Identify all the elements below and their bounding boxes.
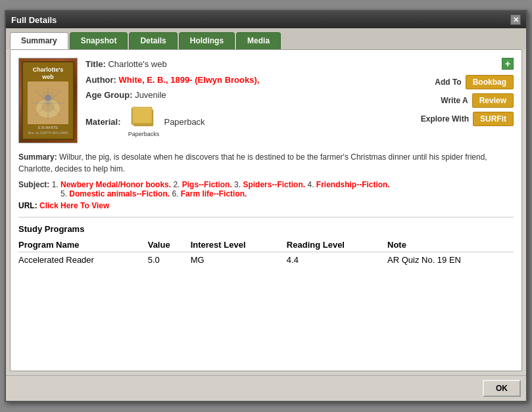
tab-summary[interactable]: Summary <box>10 32 68 49</box>
subject-link-3[interactable]: Spiders--Fiction. <box>243 180 305 189</box>
url-link[interactable]: Click Here To View <box>39 201 109 210</box>
title-bar: Full Details ✕ <box>6 11 526 28</box>
subject-link-4[interactable]: Friendship--Fiction. <box>316 180 390 189</box>
age-group-value: Juvenile <box>135 90 166 100</box>
explore-with-label: Explore With <box>421 114 469 124</box>
table-row: Accelerated Reader 5.0 MG 4.4 AR Quiz No… <box>18 252 514 268</box>
subject-link-6[interactable]: Farm life--Fiction. <box>181 189 247 198</box>
subject-num-2: 2. <box>173 180 181 189</box>
svg-rect-11 <box>133 107 152 123</box>
book-cover-image: Charlotte'sweb <box>19 58 77 143</box>
url-label: URL: <box>18 201 37 210</box>
side-buttons: + Add To Bookbag Write A Review Explore … <box>421 58 514 143</box>
col-program-name: Program Name <box>18 238 148 252</box>
cell-value: 5.0 <box>148 252 191 268</box>
paperback-icon: Paperbacks <box>127 104 160 141</box>
tab-holdings[interactable]: Holdings <box>179 32 235 49</box>
divider <box>18 217 514 217</box>
url-section: URL: Click Here To View <box>18 201 514 210</box>
material-content: Paperbacks Paperback <box>127 104 205 141</box>
subject-label: Subject: <box>18 180 49 189</box>
cell-interest-level: MG <box>191 252 287 268</box>
bookbag-button[interactable]: Bookbag <box>466 75 514 89</box>
summary-section: Summary: Wilbur, the pig, is desolate wh… <box>18 151 514 175</box>
summary-text: Wilbur, the pig, is desolate when he dis… <box>18 152 487 173</box>
ok-button[interactable]: OK <box>483 380 521 397</box>
subject-num-1: 1. <box>52 180 60 189</box>
subject-link-2[interactable]: Pigs--Fiction. <box>182 180 232 189</box>
subject-num-5: 5. <box>60 189 69 198</box>
summary-label: Summary: <box>18 152 57 162</box>
author-value: White, E. B., 1899- (Elwyn Brooks), <box>119 75 260 85</box>
tab-details[interactable]: Details <box>129 32 177 49</box>
dialog-footer: OK <box>6 375 526 401</box>
age-group-label: Age Group: <box>85 90 133 100</box>
tab-snapshot[interactable]: Snapshot <box>70 32 128 49</box>
surfit-button[interactable]: SURFit <box>473 112 514 126</box>
material-label: Material: <box>85 116 120 129</box>
review-button[interactable]: Review <box>472 93 514 108</box>
book-info: Title: Charlotte's web Author: White, E.… <box>85 58 514 143</box>
material-row: Material: Paperbacks <box>85 104 421 141</box>
title-row: Title: Charlotte's web <box>85 58 421 71</box>
title-value: Charlotte's web <box>108 59 166 69</box>
add-to-row: Add To Bookbag <box>435 75 514 89</box>
tab-media[interactable]: Media <box>236 32 281 49</box>
author-label: Author: <box>85 75 116 85</box>
add-to-label: Add To <box>435 78 461 87</box>
book-cover: Charlotte'sweb <box>18 58 78 143</box>
col-interest-level: Interest Level <box>191 238 287 252</box>
paperback-label: Paperbacks <box>128 130 160 139</box>
subject-link-5[interactable]: Domestic animals--Fiction. <box>69 189 170 198</box>
write-a-row: Write A Review <box>441 93 514 108</box>
subject-section: Subject: 1. Newbery Medal/Honor books. 2… <box>18 180 514 198</box>
programs-table: Program Name Value Interest Level Readin… <box>18 238 514 267</box>
close-button[interactable]: ✕ <box>510 14 521 25</box>
cell-note: AR Quiz No. 19 EN <box>387 252 514 268</box>
explore-with-row: Explore With SURFit <box>421 112 514 126</box>
cell-reading-level: 4.4 <box>287 252 387 268</box>
age-group-row: Age Group: Juvenile <box>85 89 421 102</box>
title-label: Title: <box>85 59 106 69</box>
subject-num-3: 3. <box>234 180 243 189</box>
study-programs-title: Study Programs <box>18 224 514 234</box>
col-value: Value <box>148 238 191 252</box>
tab-bar: Summary Snapshot Details Holdings Media <box>6 28 526 49</box>
subject-num-6: 6. <box>172 189 180 198</box>
subject-link-1[interactable]: Newbery Medal/Honor books. <box>60 180 171 189</box>
content-area: Charlotte'sweb <box>10 49 522 371</box>
study-programs-section: Study Programs Program Name Value Intere… <box>18 224 514 267</box>
material-value: Paperback <box>164 116 205 129</box>
book-details: Title: Charlotte's web Author: White, E.… <box>85 58 421 143</box>
write-a-label: Write A <box>441 96 468 105</box>
full-details-dialog: Full Details ✕ Summary Snapshot Details … <box>5 10 527 402</box>
subject-num-4: 4. <box>307 180 316 189</box>
dialog-title: Full Details <box>11 15 57 25</box>
col-reading-level: Reading Level <box>287 238 387 252</box>
book-section: Charlotte'sweb <box>18 58 514 143</box>
col-note: Note <box>387 238 514 252</box>
plus-button[interactable]: + <box>502 58 514 70</box>
author-row: Author: White, E. B., 1899- (Elwyn Brook… <box>85 74 421 87</box>
table-header-row: Program Name Value Interest Level Readin… <box>18 238 514 252</box>
cell-program-name: Accelerated Reader <box>18 252 148 268</box>
book-info-main: Title: Charlotte's web Author: White, E.… <box>85 58 514 143</box>
